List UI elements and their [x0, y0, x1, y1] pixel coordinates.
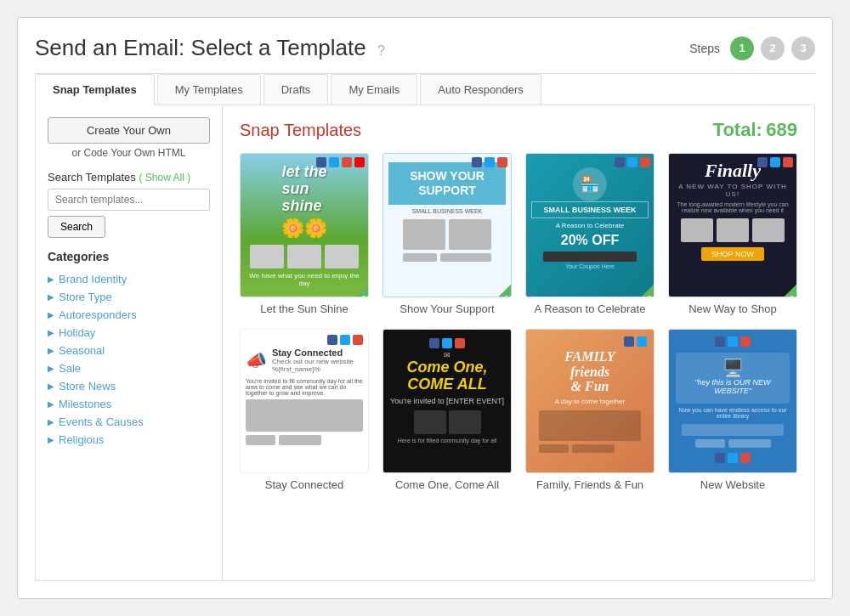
- template-thumb-celebrate: 🏪 SMALL BUSINESS WEEK A Reason to Celebr…: [525, 153, 654, 297]
- tab-snap-templates[interactable]: Snap Templates: [35, 74, 155, 105]
- show-all-link[interactable]: ( Show All ): [139, 172, 190, 184]
- category-label: Sale: [59, 362, 81, 375]
- connected-body: You're invited to fill community day for…: [246, 378, 363, 396]
- template-card-sunshine[interactable]: let thesunshine 🌼🌼 We have what you need…: [240, 153, 369, 315]
- page-title: Send an Email: Select a Template ?: [35, 35, 385, 61]
- support-sub: SMALL BUSINESS WEEK: [412, 208, 483, 214]
- search-section-title: Search Templates ( Show All ): [48, 171, 210, 184]
- connected-header: 📣 Stay Connected Check out our new websi…: [246, 348, 363, 373]
- help-icon[interactable]: ?: [377, 43, 385, 58]
- sidebar-item-store-news[interactable]: ▶ Store News: [48, 377, 210, 395]
- chevron-right-icon: ▶: [48, 364, 54, 373]
- tab-drafts[interactable]: Drafts: [264, 74, 329, 105]
- featured-badge: Featured: [461, 279, 512, 297]
- tab-auto-responders[interactable]: Auto Responders: [420, 74, 541, 105]
- category-label: Autoresponders: [59, 308, 137, 321]
- shop-subtitle: A NEW WAY TO SHOP WITH US!: [676, 183, 790, 198]
- facebook-icon: [615, 157, 625, 167]
- tab-my-emails[interactable]: My Emails: [331, 74, 417, 105]
- sidebar-item-store-type[interactable]: ▶ Store Type: [48, 288, 210, 306]
- sidebar-item-milestones[interactable]: ▶ Milestones: [48, 395, 210, 413]
- twitter-icon: [728, 453, 738, 463]
- shop-image-row: [681, 218, 785, 242]
- template-thumb-website: 🖥️ "hey this is OUR NEW WEBSITE" Now you…: [668, 329, 797, 473]
- image-placeholder: [414, 410, 446, 434]
- googleplus-icon: [640, 157, 650, 167]
- flowers-decoration: 🌼🌼: [281, 218, 327, 240]
- twitter-icon: [484, 157, 495, 167]
- googleplus-icon: [740, 336, 751, 347]
- template-card-family[interactable]: FAMILYfriends& Fun A day to come togethe…: [525, 329, 654, 491]
- total-count: Total: 689: [713, 119, 797, 141]
- template-label-family: Family, Friends & Fun: [525, 478, 654, 491]
- image-placeholder: [682, 424, 785, 436]
- sidebar-item-holiday[interactable]: ▶ Holiday: [48, 324, 210, 342]
- template-thumb-sunshine: let thesunshine 🌼🌼 We have what you need…: [240, 153, 369, 297]
- tab-my-templates[interactable]: My Templates: [157, 74, 261, 105]
- category-label: Store Type: [59, 291, 112, 303]
- template-card-support[interactable]: SHOW YOURSUPPORT SMALL BUSINESS WEEK Fea…: [382, 153, 512, 315]
- comeall-subtitle: You're invited to [ENTER EVENT]: [390, 397, 504, 405]
- sidebar-item-events-causes[interactable]: ▶ Events & Causes: [48, 413, 210, 431]
- chevron-right-icon: ▶: [48, 346, 54, 355]
- shop-now-button: SHOP NOW: [701, 247, 764, 261]
- celebrate-header: SMALL BUSINESS WEEK: [531, 201, 649, 218]
- googleplus-icon: [740, 453, 751, 463]
- image-placeholder: [449, 410, 481, 434]
- shop-icon: 🏪: [581, 175, 599, 194]
- category-label: Store News: [59, 380, 116, 393]
- twitter-icon: [728, 336, 738, 347]
- sidebar-item-brand-identity[interactable]: ▶ Brand Identity: [48, 270, 210, 288]
- facebook-icon: [316, 157, 326, 167]
- featured-badge: Featured: [746, 279, 797, 297]
- website-italic-text: "hey this is OUR NEW WEBSITE": [681, 378, 785, 395]
- logo-placeholder: [539, 444, 569, 453]
- sidebar-item-autoresponders[interactable]: ▶ Autoresponders: [48, 306, 210, 324]
- googleplus-icon: [783, 157, 793, 167]
- celebrate-reason: A Reason to Celebrate: [556, 222, 625, 229]
- step-1[interactable]: 1: [730, 37, 754, 60]
- template-card-comeall[interactable]: ✉ Come One,COME ALL You're invited to [E…: [382, 329, 512, 491]
- support-image-row: [403, 219, 491, 250]
- categories-title: Categories: [48, 250, 210, 263]
- main-container: Send an Email: Select a Template ? Steps…: [17, 17, 833, 599]
- support-logo-row: [403, 253, 491, 262]
- sidebar-item-sale[interactable]: ▶ Sale: [48, 359, 210, 377]
- page-header: Send an Email: Select a Template ? Steps…: [35, 35, 815, 61]
- template-label-support: Show Your Support: [382, 302, 512, 315]
- template-thumb-shop: Finally A NEW WAY TO SHOP WITH US! The l…: [668, 153, 797, 297]
- comeall-image-row: [414, 410, 481, 434]
- chevron-right-icon: ▶: [48, 381, 54, 391]
- image-placeholder: [449, 219, 491, 250]
- shop-title-text: Finally: [705, 161, 761, 181]
- total-label: Total:: [713, 119, 762, 140]
- step-3[interactable]: 3: [791, 37, 815, 60]
- googleplus-icon: [455, 338, 465, 348]
- featured-badge: Featured: [604, 279, 654, 297]
- templates-grid: let thesunshine 🌼🌼 We have what you need…: [240, 153, 797, 491]
- template-label-sunshine: Let the Sun Shine: [240, 302, 369, 315]
- chevron-right-icon: ▶: [48, 399, 54, 409]
- template-card-celebrate[interactable]: 🏪 SMALL BUSINESS WEEK A Reason to Celebr…: [525, 153, 654, 315]
- image-placeholder: [539, 410, 642, 441]
- search-button[interactable]: Search: [48, 216, 105, 238]
- facebook-icon: [757, 157, 768, 167]
- website-desc: Now you can have endless access to our e…: [676, 407, 790, 419]
- template-label-connected: Stay Connected: [240, 478, 369, 491]
- template-card-connected[interactable]: 📣 Stay Connected Check out our new websi…: [240, 329, 369, 491]
- create-your-own-button[interactable]: Create Your Own: [48, 117, 210, 144]
- template-card-website[interactable]: 🖥️ "hey this is OUR NEW WEBSITE" Now you…: [668, 329, 797, 491]
- image-placeholder: [287, 245, 321, 268]
- image-placeholder: [717, 218, 749, 242]
- twitter-icon: [442, 338, 452, 348]
- search-input[interactable]: [48, 189, 210, 211]
- logo-placeholder: [246, 435, 275, 445]
- template-card-shop[interactable]: Finally A NEW WAY TO SHOP WITH US! The l…: [668, 153, 797, 315]
- page-title-text: Send an Email: Select a Template: [35, 35, 366, 60]
- category-label: Religious: [59, 433, 104, 446]
- sidebar-item-seasonal[interactable]: ▶ Seasonal: [48, 342, 210, 359]
- step-2[interactable]: 2: [761, 37, 785, 60]
- code-own-link[interactable]: or Code Your Own HTML: [48, 147, 210, 159]
- sidebar-item-religious[interactable]: ▶ Religious: [48, 431, 210, 449]
- family-sub: A day to come together: [555, 398, 625, 405]
